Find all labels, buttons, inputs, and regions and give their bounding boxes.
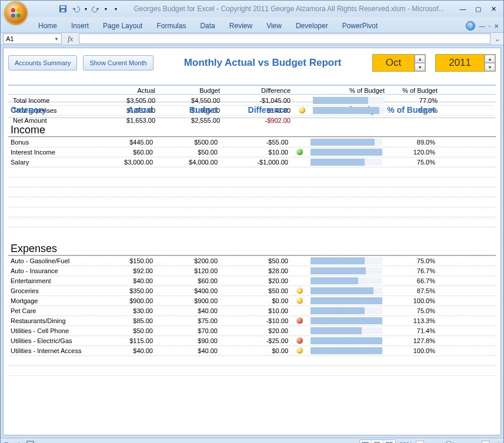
office-button[interactable] (4, 1, 28, 25)
zoom-in-button[interactable]: + (482, 441, 490, 444)
page-break-view-icon[interactable] (383, 440, 395, 444)
table-row[interactable]: Restaurants/Dining$85.00$75.00-$10.00113… (8, 316, 496, 325)
table-row[interactable]: Utilities - Cell Phone$50.00$70.00$20.00… (8, 325, 496, 335)
blank-row (8, 365, 496, 375)
col-budget: Budget (158, 87, 222, 94)
table-row[interactable]: Salary$3,000.00$4,000.00-$1,000.0075.0% (8, 157, 496, 167)
row-actual: $1,653.00 (99, 117, 158, 124)
tab-formulas[interactable]: Formulas (154, 21, 188, 31)
tab-powerpivot[interactable]: PowerPivot (340, 21, 380, 31)
row-bar (308, 297, 385, 304)
show-current-month-button[interactable]: Show Curent Month (83, 55, 153, 71)
worksheet[interactable]: Accounts Summary Show Curent Month Month… (3, 48, 501, 435)
macro-record-icon[interactable] (26, 441, 34, 443)
tab-view[interactable]: View (264, 21, 284, 31)
ribbon-tabs: Home Insert Page Layout Formulas Data Re… (1, 17, 503, 32)
tab-developer[interactable]: Developer (293, 21, 331, 31)
table-row[interactable]: Utilities - Internet Access$40.00$40.00$… (8, 345, 496, 355)
table-row[interactable]: Bonus$445.00$500.00-$55.0089.0% (8, 137, 496, 147)
row-actual: $40.00 (96, 277, 155, 284)
row-label: Salary (8, 159, 96, 166)
row-difference: -$902.00 (222, 117, 293, 124)
formula-bar: A1 ▼ fx ⌄ (1, 32, 503, 45)
save-icon[interactable] (57, 3, 69, 15)
tab-home[interactable]: Home (36, 21, 59, 31)
name-box-dropdown-icon[interactable]: ▼ (54, 36, 59, 42)
row-label: Entertainment (8, 277, 96, 284)
row-bar (308, 277, 385, 284)
blank-row (8, 217, 496, 227)
table-row[interactable]: Mortgage$900.00$900.00$0.00100.0% (8, 296, 496, 306)
summary-row[interactable]: Total Income$3,505.00$4,550.00-$1,045.00… (11, 95, 493, 105)
svg-point-2 (11, 14, 15, 18)
table-row[interactable]: Utilities - Electric/Gas$115.00$90.00-$2… (8, 335, 496, 345)
table-row[interactable]: Pet Care$30.00$40.00$10.0075.0% (8, 306, 496, 316)
row-actual: $3,000.00 (96, 159, 155, 166)
row-difference: -$1,045.00 (222, 97, 293, 104)
undo-dropdown-icon[interactable]: ▼ (83, 3, 89, 15)
table-row[interactable]: Auto - Insurance$92.00$120.00$28.0076.7% (8, 266, 496, 276)
table-row[interactable]: Entertainment$40.00$60.00$20.0066.7% (8, 276, 496, 286)
formula-input[interactable] (79, 33, 490, 44)
cat-col-budget: Budget (155, 105, 220, 115)
minimize-button[interactable]: — (456, 4, 469, 14)
row-pct: 75.0% (385, 159, 438, 166)
redo-dropdown-icon[interactable]: ▼ (103, 3, 109, 15)
row-label: Net Amount (11, 117, 99, 124)
accounts-summary-button[interactable]: Accounts Summary (8, 55, 77, 71)
help-icon[interactable]: ? (466, 21, 475, 31)
row-budget: $2,555.00 (158, 117, 222, 124)
undo-icon[interactable] (70, 3, 82, 15)
ribbon-minimize-icon[interactable]: — (479, 23, 485, 29)
close-button[interactable]: ✕ (487, 4, 500, 14)
table-row[interactable]: Groceries$350.00$400.00$50.0087.5% (8, 286, 496, 296)
row-budget: $400.00 (155, 287, 220, 294)
zoom-level[interactable]: 80% (399, 441, 412, 444)
year-up-button[interactable]: ▲ (485, 55, 495, 63)
normal-view-icon[interactable] (360, 440, 372, 444)
row-actual: $150.00 (96, 257, 155, 264)
row-pct: 66.7% (385, 277, 438, 284)
name-box[interactable]: A1 ▼ (3, 33, 62, 44)
row-bar (311, 97, 387, 104)
blank-row (8, 375, 496, 385)
page-layout-view-icon[interactable] (372, 440, 383, 444)
table-row[interactable]: Interest Income$60.00$50.00$10.00120.0% (8, 147, 496, 157)
row-budget: $4,000.00 (155, 159, 220, 166)
zoom-thumb[interactable] (446, 441, 451, 444)
table-row[interactable]: Auto - Gasoline/Fuel$150.00$200.00$50.00… (8, 256, 496, 266)
row-actual: $92.00 (96, 267, 155, 274)
cat-col-difference: Difference (220, 105, 291, 115)
restore-button[interactable]: ▢ (472, 4, 485, 14)
ribbon-close-icon[interactable]: ✕ (494, 23, 499, 29)
tab-review[interactable]: Review (227, 21, 255, 31)
tab-data[interactable]: Data (198, 21, 217, 31)
month-down-button[interactable]: ▼ (415, 63, 425, 71)
qat-customize-icon[interactable]: ▾ (110, 3, 122, 15)
svg-rect-6 (61, 9, 65, 12)
row-actual: $115.00 (96, 337, 155, 344)
row-budget: $60.00 (155, 277, 220, 284)
row-budget: $75.00 (155, 317, 220, 324)
zoom-out-button[interactable]: − (416, 441, 424, 444)
month-up-button[interactable]: ▲ (415, 55, 425, 63)
row-actual: $900.00 (96, 297, 155, 304)
status-dot-icon (296, 337, 303, 344)
blank-row (8, 177, 496, 187)
tab-page-layout[interactable]: Page Layout (101, 21, 145, 31)
status-dot-icon (296, 149, 303, 155)
redo-icon[interactable] (90, 3, 102, 15)
row-budget: $70.00 (155, 327, 220, 334)
year-value: 2011 (436, 55, 484, 71)
blank-row (8, 187, 496, 197)
row-difference: $50.00 (220, 257, 291, 264)
row-bar (308, 347, 385, 354)
row-label: Auto - Gasoline/Fuel (8, 257, 96, 264)
tab-insert[interactable]: Insert (69, 21, 91, 31)
status-dot-icon (296, 297, 303, 304)
ribbon-restore-icon[interactable]: ▫ (488, 23, 490, 29)
formula-bar-expand-icon[interactable]: ⌄ (493, 35, 501, 43)
year-down-button[interactable]: ▼ (485, 63, 495, 71)
fx-icon[interactable]: fx (64, 34, 76, 43)
resize-grip-icon[interactable]: ⋰ (493, 441, 500, 443)
